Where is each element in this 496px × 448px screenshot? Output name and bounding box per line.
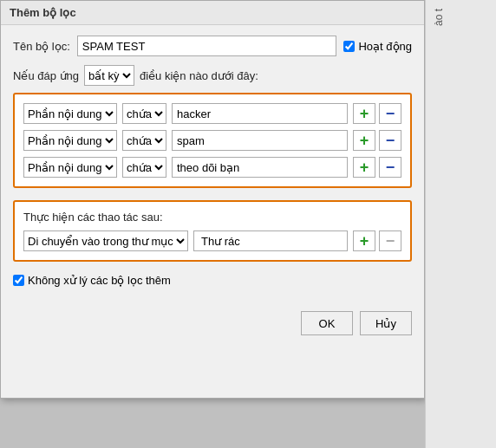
condition-row-2: Phần nội dung chứa + − — [23, 130, 401, 151]
no-more-filters-label: Không xử lý các bộ lọc thêm — [13, 274, 171, 287]
condition-field-3[interactable]: Phần nội dung — [23, 157, 117, 178]
action-box: Thực hiện các thao tác sau: Di chuyển và… — [13, 200, 412, 262]
remove-condition-3-button[interactable]: − — [379, 157, 401, 178]
no-more-filters-checkbox[interactable] — [13, 275, 24, 286]
no-more-filters-text: Không xử lý các bộ lọc thêm — [28, 274, 171, 287]
condition-operator-2[interactable]: chứa — [122, 130, 166, 151]
remove-condition-1-button[interactable]: − — [379, 103, 401, 124]
condition-value-1[interactable] — [172, 103, 348, 124]
condition-operator-1[interactable]: chứa — [122, 103, 166, 124]
condition-intro-suffix: điều kiện nào dưới đây: — [140, 69, 258, 82]
condition-intro-label: Nếu đáp ứng — [13, 69, 79, 82]
condition-row-3: Phần nội dung chứa + − — [23, 157, 401, 178]
action-type-select[interactable]: Di chuyển vào trong thư mục — [23, 230, 188, 251]
filter-name-row: Tên bộ lọc: Hoạt động — [13, 36, 412, 56]
condition-field-2[interactable]: Phần nội dung — [23, 130, 117, 151]
active-label: Hoạt động — [358, 40, 412, 53]
condition-operator-3[interactable]: chứa — [122, 157, 166, 178]
filter-name-label: Tên bộ lọc: — [13, 40, 70, 53]
conditions-box: Phần nội dung chứa + − Phần nội dung chứ… — [13, 93, 412, 188]
folder-name: Thư rác — [201, 235, 240, 248]
condition-value-3[interactable] — [172, 157, 348, 178]
active-checkbox[interactable] — [343, 41, 355, 52]
add-condition-3-button[interactable]: + — [353, 157, 375, 178]
condition-value-2[interactable] — [172, 130, 348, 151]
condition-row-1: Phần nội dung chứa + − — [23, 103, 401, 124]
dialog-body: Tên bộ lọc: Hoạt động Nếu đáp ứng bất kỳ… — [1, 25, 424, 308]
ok-button[interactable]: OK — [301, 311, 353, 335]
dialog: Thêm bộ lọc Tên bộ lọc: Hoạt động Nếu đá… — [0, 0, 425, 399]
remove-action-button[interactable]: − — [379, 230, 401, 251]
action-label-text: Thực hiện các thao tác sau: — [23, 211, 163, 224]
no-more-filters-row: Không xử lý các bộ lọc thêm — [13, 274, 412, 287]
dialog-titlebar: Thêm bộ lọc — [1, 1, 424, 25]
side-panel: ào t — [425, 0, 496, 448]
dialog-title: Thêm bộ lọc — [10, 6, 76, 19]
side-panel-text: ào t — [426, 0, 452, 35]
condition-intro: Nếu đáp ứng bất kỳ tất cả điều kiện nào … — [13, 65, 412, 86]
dialog-footer: OK Hủy — [1, 308, 424, 347]
add-condition-1-button[interactable]: + — [353, 103, 375, 124]
add-condition-2-button[interactable]: + — [353, 130, 375, 151]
filter-name-input[interactable] — [77, 36, 337, 56]
action-section-label: Thực hiện các thao tác sau: — [23, 211, 401, 224]
add-action-button[interactable]: + — [353, 230, 375, 251]
active-checkbox-label: Hoạt động — [343, 40, 412, 53]
action-row: Di chuyển vào trong thư mục Thư rác + − — [23, 230, 401, 251]
cancel-button[interactable]: Hủy — [360, 311, 412, 335]
folder-label: Thư rác — [193, 230, 348, 251]
condition-match-select[interactable]: bất kỳ tất cả — [84, 65, 134, 86]
condition-field-1[interactable]: Phần nội dung — [23, 103, 117, 124]
remove-condition-2-button[interactable]: − — [379, 130, 401, 151]
